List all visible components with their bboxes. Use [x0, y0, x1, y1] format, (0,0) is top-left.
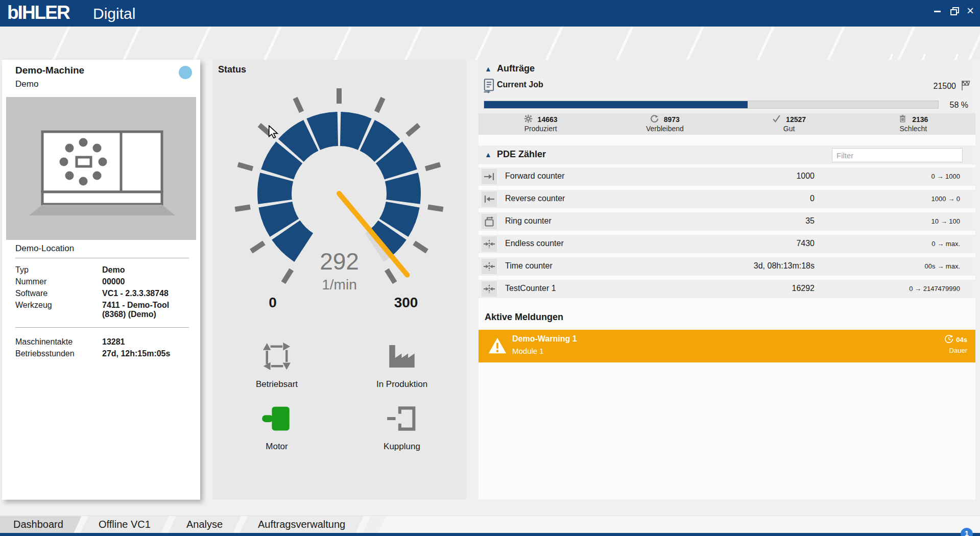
- ring-counter-icon: [482, 214, 497, 229]
- machine-card: Demo-Machine Demo Demo-Location Typ Demo: [2, 60, 200, 500]
- pde-row-ring-counter[interactable]: Ring counter 35 10 → 100: [479, 212, 975, 231]
- restore-icon[interactable]: [949, 6, 959, 15]
- finish-flag-icon: [960, 79, 971, 93]
- pde-row-forward-counter[interactable]: Forward counter 1000 0 → 1000: [479, 167, 975, 186]
- warning-module: Module 1: [512, 347, 544, 355]
- tab-decoration: [363, 516, 386, 533]
- pde-row-testcounter-1[interactable]: TestCounter 1 16292 0 → 2147479990: [479, 280, 975, 298]
- range-arrow: →: [948, 195, 954, 203]
- stat-row: Betriebsstunden 27d, 12h:15m:05s: [15, 349, 189, 358]
- filter-input[interactable]: [832, 148, 963, 162]
- warning-triangle-icon: [488, 336, 507, 357]
- counter-verbleibend: 8973 Verbleibend: [603, 113, 727, 135]
- refresh-icon: [650, 116, 661, 125]
- detail-row: Nummer 00000: [15, 277, 189, 286]
- close-icon[interactable]: ×: [966, 6, 975, 15]
- job-progress-fill: [484, 101, 748, 108]
- tab-analyse[interactable]: Analyse: [168, 516, 241, 533]
- bottom-tab-bar: Dashboard Offline VC1 Analyse Auftragsve…: [0, 516, 980, 533]
- machine-details: Demo-Location Typ Demo Nummer 00000 Soft…: [15, 243, 189, 358]
- indicator-in-produktion[interactable]: In Produktion: [346, 339, 458, 389]
- counter-schlecht: 2136 Schlecht: [851, 113, 975, 135]
- pde-row-time-counter[interactable]: Time counter 3d, 08h:13m:18s 00s → max.: [479, 257, 975, 276]
- warning-duration: 04s: [944, 334, 967, 345]
- check-icon: [772, 116, 783, 125]
- counter-gut: 12527 Gut: [727, 113, 851, 135]
- job-counters: 14663 Produziert 8973 Verbleibend 12527 …: [479, 113, 975, 135]
- current-job-label: Current Job: [497, 80, 543, 89]
- motor-icon: [260, 428, 294, 437]
- pde-title: PDE Zähler: [497, 149, 546, 160]
- status-dot: [179, 66, 192, 79]
- gauge-max-label: 300: [380, 295, 432, 311]
- counter-produziert: 14663 Produziert: [479, 113, 603, 135]
- indicator-label: Motor: [221, 442, 333, 452]
- endless-counter-icon: [482, 281, 497, 297]
- meldungen-title: Aktive Meldungen: [485, 312, 563, 323]
- detail-row: Werkzeug 7411 - Demo-Tool (8368) (Demo): [15, 301, 189, 319]
- job-target: 21500: [934, 79, 972, 93]
- tab-offline-vc1[interactable]: Offline VC1: [81, 516, 169, 533]
- clutch-icon: [385, 428, 419, 437]
- warning-banner[interactable]: Demo-Warning 1 Module 1 04s Dauer: [479, 330, 975, 362]
- status-panel: Status 292 1/min 0 300 Betriebsart In Pr…: [212, 60, 466, 500]
- bottom-accent-bar: [0, 533, 980, 536]
- pde-row-reverse-counter[interactable]: Reverse counter 0 1000 → 0: [479, 190, 975, 208]
- secondary-bar: [0, 27, 980, 60]
- indicator-label: Betriebsart: [221, 379, 333, 389]
- gauge-value: 292: [212, 248, 466, 275]
- trash-icon: [898, 116, 909, 125]
- gear-icon: [524, 116, 535, 125]
- machine-location: Demo-Location: [15, 243, 189, 258]
- endless-counter-icon: [482, 259, 497, 274]
- indicator-motor[interactable]: Motor: [221, 402, 333, 452]
- indicator-label: Kupplung: [346, 442, 458, 452]
- job-progress-label: 58 %: [950, 101, 968, 110]
- range-arrow: →: [937, 262, 944, 270]
- forward-counter-icon: [482, 169, 497, 184]
- range-arrow: →: [937, 173, 943, 180]
- detail-row: Software VC1 - 2.3.3.38748: [15, 289, 189, 298]
- warning-title: Demo-Warning 1: [512, 334, 577, 344]
- detail-row: Typ Demo: [15, 265, 189, 275]
- clock-icon: [944, 334, 953, 345]
- job-list-icon: [483, 78, 496, 95]
- range-arrow: →: [937, 240, 944, 248]
- warning-duration-label: Dauer: [949, 347, 967, 354]
- machine-illustration: [6, 97, 196, 240]
- tab-auftragsverwaltung[interactable]: Auftragsverwaltung: [240, 516, 364, 533]
- stat-row: Maschinentakte 13281: [15, 337, 189, 347]
- pde-section-header: ▲ PDE Zähler: [479, 145, 975, 164]
- brand-suffix: Digital: [93, 5, 135, 22]
- cycle-arrows-icon: [260, 366, 294, 375]
- collapse-arrow-icon[interactable]: ▲: [485, 65, 492, 73]
- machine-subname: Demo: [15, 79, 38, 89]
- range-arrow: →: [941, 217, 947, 225]
- indicator-betriebsart[interactable]: Betriebsart: [221, 339, 333, 389]
- auftraege-section: ▲ Aufträge Current Job 21500 58 %: [479, 60, 975, 135]
- factory-icon: [385, 366, 419, 375]
- collapse-arrow-icon[interactable]: ▲: [485, 151, 492, 159]
- pde-row-endless-counter[interactable]: Endless counter 7430 0 → max.: [479, 235, 975, 253]
- gauge-unit: 1/min: [212, 277, 466, 293]
- minimize-icon[interactable]: [933, 6, 942, 15]
- range-arrow: →: [915, 285, 921, 293]
- tab-dashboard[interactable]: Dashboard: [0, 516, 82, 533]
- job-target-value: 21500: [934, 82, 957, 91]
- brand-logo: bIHLER: [7, 2, 69, 23]
- machine-name: Demo-Machine: [15, 65, 84, 76]
- window-controls: ×: [933, 6, 975, 15]
- job-progress-bar: [484, 101, 939, 109]
- right-column: ▲ Aufträge Current Job 21500 58 %: [479, 60, 975, 500]
- gauge-min-label: 0: [247, 295, 298, 311]
- title-bar: bIHLER Digital ×: [0, 0, 980, 27]
- reverse-counter-icon: [482, 191, 497, 207]
- indicator-kupplung[interactable]: Kupplung: [346, 402, 458, 452]
- indicator-label: In Produktion: [346, 379, 458, 389]
- auftraege-title: Aufträge: [497, 63, 535, 74]
- endless-counter-icon: [482, 236, 497, 252]
